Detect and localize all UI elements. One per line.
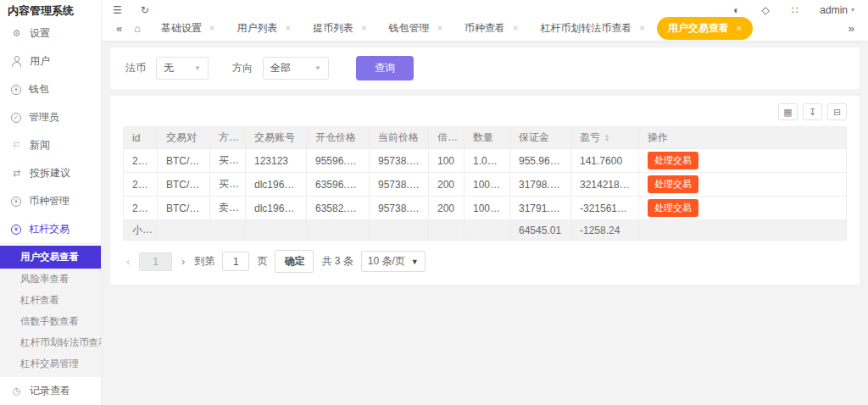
cell-account: dlc1969@outlo... (246, 197, 307, 220)
cell-id: 287 (124, 149, 158, 173)
goto-page-input[interactable] (222, 252, 249, 271)
sidebar-item-settings[interactable]: 设置 (0, 19, 101, 47)
subtotal-empty (210, 220, 246, 241)
subtotal-empty (465, 220, 510, 241)
subtotal-empty (246, 220, 307, 241)
sidebar-item-label: 设置 (30, 26, 50, 41)
tabs-scroll-left-icon[interactable]: « (113, 22, 125, 35)
cell-open-price: 63582.050000 (307, 197, 370, 220)
direction-select[interactable]: 全部 ▼ (263, 57, 329, 80)
submenu-item-trade-manage[interactable]: 杠杆交易管理 (0, 353, 101, 374)
cell-actions: 处理交易 (639, 197, 847, 220)
submenu-item-risk-rate[interactable]: 风险率查看 (0, 269, 101, 290)
trades-table-panel: id 交易对 方式 交易账号 开仓价格 当前价格 倍数 数量 保证金 盈亏 操作 (110, 96, 860, 285)
tab-close-icon[interactable] (639, 24, 644, 33)
tag-icon[interactable]: ◇ (761, 4, 769, 16)
cell-open-price: 95596.470000 (307, 149, 370, 173)
query-button[interactable]: 查询 (356, 56, 414, 80)
submenu-item-leverage-view[interactable]: 杠杆查看 (0, 290, 101, 311)
tab-transfer-view[interactable]: 杠杆币划转法币查看 (530, 18, 654, 39)
handle-trade-button[interactable]: 处理交易 (648, 175, 698, 193)
caret-down-icon: ▼ (194, 64, 201, 72)
cell-pair: BTC/USDT (158, 197, 210, 220)
topbar: ☰ ↻ ◐ ◇ ∷ admin ▾ (102, 0, 868, 18)
home-icon[interactable]: ⌂ (127, 22, 149, 35)
cell-open-price: 63596.050000 (307, 173, 370, 197)
submenu-item-user-trades[interactable]: 用户交易查看 (0, 246, 101, 269)
tab-label: 用户列表 (237, 21, 278, 36)
handle-trade-button[interactable]: 处理交易 (648, 199, 698, 217)
menu-toggle-icon[interactable]: ☰ (113, 4, 122, 16)
confirm-page-button[interactable]: 确定 (275, 250, 314, 273)
cell-current-price: 95738.230000 (370, 197, 429, 220)
cell-margin: 31791.02500000 (510, 197, 571, 220)
cell-id: 284 (124, 197, 158, 220)
cell-account: 123123 (246, 149, 307, 173)
col-pair: 交易对 (158, 127, 210, 149)
fiat-select[interactable]: 无 ▼ (156, 57, 209, 80)
current-page-button[interactable]: 1 (139, 252, 172, 271)
sort-icon[interactable] (604, 134, 609, 141)
tab-close-icon[interactable] (513, 24, 518, 33)
cell-pnl: 3214218.0000 (571, 173, 639, 197)
sidebar-item-users[interactable]: 用户 (0, 47, 101, 75)
subtotal-empty (639, 220, 847, 241)
cell-actions: 处理交易 (639, 149, 847, 173)
submenu-item-multiplier-lots[interactable]: 倍数手数查看 (0, 311, 101, 332)
app-window: 内容管理系统 设置 用户 钱包 管理员 新闻 投拆建议 币种管理 (0, 0, 868, 405)
subtotal-empty (307, 220, 370, 241)
fullscreen-icon[interactable]: ∷ (792, 4, 798, 16)
leverage-icon (11, 225, 21, 235)
sidebar-item-news[interactable]: 新闻 (0, 131, 101, 159)
tab-close-icon[interactable] (437, 24, 442, 33)
tab-close-icon[interactable] (737, 24, 742, 33)
handle-trade-button[interactable]: 处理交易 (648, 152, 698, 169)
next-page-icon[interactable]: › (180, 255, 186, 268)
cell-pnl: 141.7600 (571, 149, 639, 173)
fiat-filter-label: 法币 (125, 61, 146, 75)
columns-icon[interactable] (778, 103, 798, 120)
sidebar-item-leverage[interactable]: 杠杆交易 (0, 215, 101, 243)
tab-coin-view[interactable]: 币种查看 (454, 18, 528, 39)
page-size-select[interactable]: 10 条/页 ▼ (361, 251, 426, 272)
sidebar-item-coins[interactable]: 币种管理 (0, 187, 101, 215)
subtotal-margin: 64545.01 (510, 220, 571, 241)
tab-basic-settings[interactable]: 基础设置 (151, 18, 225, 39)
theme-icon[interactable]: ◐ (733, 4, 739, 16)
col-leverage: 倍数 (429, 127, 465, 149)
tab-wallet-manage[interactable]: 钱包管理 (378, 18, 452, 39)
cell-pair: BTC/USDT (158, 149, 210, 173)
submenu-item-transfer-view[interactable]: 杠杆币划转法币查看 (0, 332, 101, 353)
refresh-icon[interactable]: ↻ (141, 4, 149, 16)
feedback-icon (11, 168, 22, 179)
sidebar-item-wallet[interactable]: 钱包 (0, 75, 101, 103)
tab-withdraw-list[interactable]: 提币列表 (303, 18, 376, 39)
caret-down-icon: ▾ (851, 6, 854, 14)
sidebar: 内容管理系统 设置 用户 钱包 管理员 新闻 投拆建议 币种管理 (0, 0, 102, 405)
tab-label: 杠杆币划转法币查看 (540, 21, 632, 36)
tab-close-icon[interactable] (286, 24, 291, 33)
user-menu[interactable]: admin ▾ (820, 4, 854, 16)
main-area: ☰ ↻ ◐ ◇ ∷ admin ▾ « ⌂ 基础设置 用户列表 (102, 0, 868, 405)
col-side: 方式 (210, 127, 246, 149)
tab-user-list[interactable]: 用户列表 (227, 18, 301, 39)
sidebar-item-admins[interactable]: 管理员 (0, 103, 101, 131)
export-icon[interactable] (803, 103, 822, 120)
tabs-scroll-right-icon[interactable]: » (845, 22, 858, 35)
prev-page-icon[interactable]: ‹ (125, 255, 131, 268)
tab-user-trades-active[interactable]: 用户交易查看 (657, 17, 753, 40)
tab-close-icon[interactable] (209, 24, 214, 33)
page-content: 法币 无 ▼ 方向 全部 ▼ 查询 (102, 41, 868, 405)
sidebar-item-feedback[interactable]: 投拆建议 (0, 159, 101, 187)
user-icon (11, 56, 22, 67)
print-icon[interactable] (827, 103, 847, 120)
goto-page-label: 到第 (194, 254, 214, 269)
table-row: 285 BTC/USDT 买入 dlc1969@outlo... 63596.0… (124, 173, 847, 197)
col-pnl: 盈亏 (571, 127, 639, 149)
sidebar-item-records[interactable]: 记录查看 (0, 377, 101, 405)
cell-side: 买入 (210, 173, 246, 197)
cell-current-price: 95738.230000 (370, 173, 429, 197)
tab-close-icon[interactable] (361, 24, 366, 33)
tab-label: 钱包管理 (388, 21, 429, 36)
total-count-label: 共 3 条 (321, 254, 353, 269)
